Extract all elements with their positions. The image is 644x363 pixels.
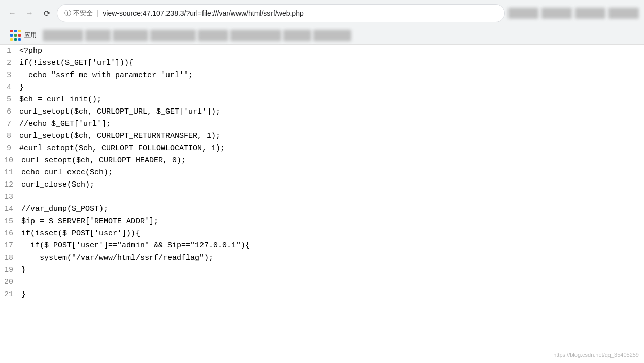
- code-line: 18 system("/var/www/html/ssrf/readflag")…: [0, 252, 644, 264]
- line-content: echo curl_exec($ch);: [21, 167, 113, 179]
- apps-label: 应用: [24, 31, 37, 40]
- line-number: 4: [4, 82, 19, 94]
- code-line: 17 if($_POST['user']=="admin" && $ip=="1…: [0, 240, 644, 252]
- bookmark-3: [113, 30, 148, 41]
- address-bar[interactable]: ⓘ 不安全 | view-source:47.107.238.3/?url=fi…: [57, 4, 505, 22]
- line-content: curl_setopt($ch, CURLOPT_URL, $_GET['url…: [19, 106, 220, 118]
- code-line: 1<?php: [0, 45, 644, 57]
- line-content: curl_close($ch);: [21, 179, 94, 191]
- code-line: 10curl_setopt($ch, CURLOPT_HEADER, 0);: [0, 155, 644, 167]
- line-number: 1: [4, 45, 19, 57]
- browser-chrome: ← → ⟳ ⓘ 不安全 | view-source:47.107.238.3/?…: [0, 0, 644, 45]
- line-content: }: [21, 288, 26, 301]
- code-line: 3 echo "ssrf me with parameter 'url'";: [0, 69, 644, 82]
- line-content: if(!isset($_GET['url'])){: [19, 57, 133, 69]
- bookmark-2: [85, 30, 111, 41]
- watermark: https://blog.csdn.net/qq_35405259: [553, 352, 639, 358]
- code-line: 19}: [0, 264, 644, 276]
- code-line: 12curl_close($ch);: [0, 179, 644, 191]
- toolbar-icons: [508, 8, 639, 19]
- code-line: 6curl_setopt($ch, CURLOPT_URL, $_GET['ur…: [0, 106, 644, 118]
- code-line: 20: [0, 276, 644, 288]
- address-separator: |: [97, 9, 99, 17]
- reload-button[interactable]: ⟳: [40, 6, 54, 20]
- line-content: //echo $_GET['url'];: [19, 118, 111, 130]
- code-view: 1<?php2if(!isset($_GET['url'])){3 echo "…: [0, 45, 644, 363]
- line-number: 20: [4, 276, 21, 288]
- toolbar-icon-1: [508, 8, 538, 19]
- code-line: 4}: [0, 82, 644, 94]
- bookmarks-bar: 应用: [0, 26, 644, 45]
- line-number: 5: [4, 94, 19, 106]
- code-line: 15$ip = $_SERVER['REMOTE_ADDR'];: [0, 215, 644, 228]
- line-number: 15: [4, 215, 21, 228]
- bookmark-4: [150, 30, 196, 41]
- line-number: 21: [4, 288, 21, 301]
- line-number: 13: [4, 191, 21, 203]
- toolbar-icon-4: [608, 8, 639, 19]
- line-number: 12: [4, 179, 21, 191]
- line-number: 14: [4, 203, 21, 215]
- bookmark-1: [43, 30, 83, 41]
- toolbar-icon-3: [575, 8, 605, 19]
- code-line: 7//echo $_GET['url'];: [0, 118, 644, 130]
- forward-button[interactable]: →: [22, 6, 37, 20]
- bookmark-6: [230, 30, 281, 41]
- code-line: 21}: [0, 288, 644, 301]
- code-line: 8curl_setopt($ch, CURLOPT_RETURNTRANSFER…: [0, 130, 644, 142]
- line-content: $ch = curl_init();: [19, 94, 101, 106]
- line-number: 2: [4, 57, 19, 69]
- line-content: //var_dump($_POST);: [21, 203, 108, 215]
- line-content: <?php: [19, 45, 42, 57]
- line-content: system("/var/www/html/ssrf/readflag");: [21, 252, 213, 264]
- apps-icon: [9, 29, 22, 42]
- line-content: if($_POST['user']=="admin" && $ip=="127.…: [21, 240, 250, 252]
- back-button[interactable]: ←: [5, 6, 19, 20]
- line-content: #curl_setopt($ch, CURLOPT_FOLLOWLOCATION…: [19, 142, 225, 155]
- line-content: }: [19, 82, 24, 94]
- bookmark-7: [283, 30, 311, 41]
- code-line: 9#curl_setopt($ch, CURLOPT_FOLLOWLOCATIO…: [0, 142, 644, 155]
- line-number: 3: [4, 69, 19, 82]
- line-number: 11: [4, 167, 21, 179]
- code-line: 14//var_dump($_POST);: [0, 203, 644, 215]
- nav-bar: ← → ⟳ ⓘ 不安全 | view-source:47.107.238.3/?…: [0, 0, 644, 26]
- line-number: 17: [4, 240, 21, 252]
- line-content: }: [21, 264, 26, 276]
- security-label: 不安全: [73, 9, 93, 17]
- code-line: 2if(!isset($_GET['url'])){: [0, 57, 644, 69]
- bookmark-8: [313, 30, 351, 41]
- line-number: 9: [4, 142, 19, 155]
- line-content: if(isset($_POST['user'])){: [21, 228, 140, 240]
- line-content: curl_setopt($ch, CURLOPT_RETURNTRANSFER,…: [19, 130, 220, 142]
- line-content: echo "ssrf me with parameter 'url'";: [19, 69, 193, 82]
- line-number: 18: [4, 252, 21, 264]
- apps-launcher[interactable]: 应用: [5, 27, 41, 44]
- line-number: 10: [4, 155, 21, 167]
- line-number: 8: [4, 130, 19, 142]
- line-number: 19: [4, 264, 21, 276]
- code-line: 5$ch = curl_init();: [0, 94, 644, 106]
- url-display: view-source:47.107.238.3/?url=file:///va…: [103, 9, 497, 17]
- code-line: 13: [0, 191, 644, 203]
- line-content: curl_setopt($ch, CURLOPT_HEADER, 0);: [21, 155, 186, 167]
- code-line: 16if(isset($_POST['user'])){: [0, 228, 644, 240]
- line-content: $ip = $_SERVER['REMOTE_ADDR'];: [21, 215, 158, 228]
- toolbar-icon-2: [541, 8, 572, 19]
- line-number: 7: [4, 118, 19, 130]
- line-number: 6: [4, 106, 19, 118]
- bookmark-5: [198, 30, 228, 41]
- code-line: 11echo curl_exec($ch);: [0, 167, 644, 179]
- line-number: 16: [4, 228, 21, 240]
- security-indicator: ⓘ 不安全: [64, 9, 93, 18]
